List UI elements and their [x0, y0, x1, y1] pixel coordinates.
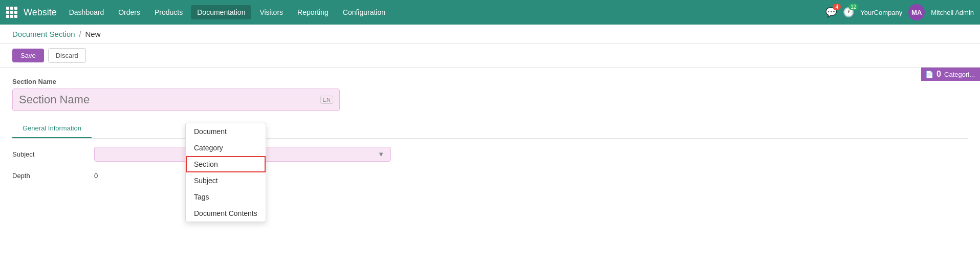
categories-count: 0	[937, 70, 941, 79]
breadcrumb: Document Section / New	[0, 25, 980, 44]
save-button[interactable]: Save	[12, 49, 44, 62]
subject-row: Subject ▼	[12, 147, 968, 162]
app-logo[interactable]: Website	[6, 7, 57, 18]
chevron-down-icon: ▼	[378, 150, 384, 158]
chat-notification[interactable]: 💬 4	[825, 7, 837, 18]
nav-orders[interactable]: Orders	[112, 5, 146, 19]
categories-icon: 📄	[925, 71, 933, 78]
section-name-field[interactable]: EN	[12, 89, 340, 111]
nav-reporting[interactable]: Reporting	[291, 5, 335, 19]
dropdown-item-document-contents[interactable]: Document Contents	[186, 205, 266, 222]
activity-notification[interactable]: 🕐 12	[843, 7, 854, 18]
breadcrumb-parent[interactable]: Document Section	[12, 30, 75, 38]
dropdown-item-subject[interactable]: Subject	[186, 172, 266, 189]
topnav-right: 💬 4 🕐 12 YourCompany MA Mitchell Admin	[825, 4, 974, 20]
nav-documentation[interactable]: Documentation	[191, 5, 251, 19]
depth-row: Depth 0	[12, 170, 968, 182]
section-name-label: Section Name	[12, 78, 968, 85]
lang-badge: EN	[320, 96, 333, 104]
depth-label: Depth	[12, 172, 94, 180]
categories-stat-badge[interactable]: 📄 0 Categori...	[921, 68, 980, 81]
form-fields: Subject ▼ Depth 0	[12, 139, 968, 198]
form-area: Section Name EN General Information Subj…	[0, 68, 980, 208]
app-name: Website	[24, 7, 57, 18]
documentation-dropdown: Document Category Section Subject Tags D…	[185, 123, 266, 222]
dropdown-item-document[interactable]: Document	[186, 123, 266, 140]
subject-label: Subject	[12, 150, 94, 158]
chat-badge: 4	[833, 4, 841, 10]
activity-badge: 12	[848, 4, 858, 10]
toolbar: Save Discard	[0, 44, 980, 68]
dropdown-item-tags[interactable]: Tags	[186, 189, 266, 205]
nav-products[interactable]: Products	[148, 5, 189, 19]
breadcrumb-current: New	[85, 30, 100, 38]
dropdown-item-category[interactable]: Category	[186, 140, 266, 156]
nav-dashboard[interactable]: Dashboard	[63, 5, 111, 19]
dropdown-item-section[interactable]: Section	[186, 156, 266, 172]
main-content: 📄 0 Categori... Section Name EN General …	[0, 68, 980, 265]
breadcrumb-separator: /	[79, 30, 81, 38]
avatar[interactable]: MA	[908, 4, 925, 20]
admin-name[interactable]: Mitchell Admin	[931, 9, 974, 16]
tabs-bar: General Information	[12, 119, 968, 139]
company-name[interactable]: YourCompany	[860, 9, 902, 16]
grid-icon	[6, 7, 17, 18]
discard-button[interactable]: Discard	[48, 48, 86, 63]
section-name-input[interactable]	[19, 93, 316, 106]
topnav: Website Dashboard Orders Products Docume…	[0, 0, 980, 25]
tab-general-information[interactable]: General Information	[12, 119, 92, 138]
nav-visitors[interactable]: Visitors	[253, 5, 289, 19]
nav-configuration[interactable]: Configuration	[337, 5, 391, 19]
categories-label: Categori...	[944, 71, 975, 78]
